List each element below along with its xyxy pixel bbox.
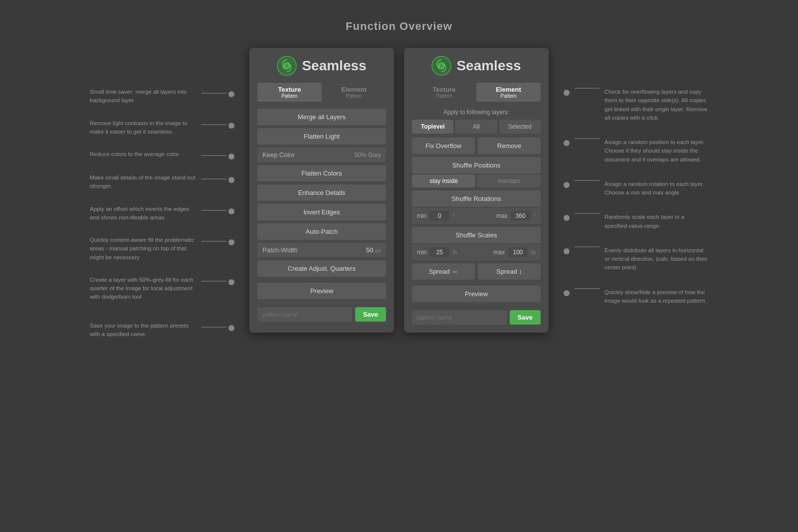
annotation-spread-text: Evenly distribute all layers in horizont… <box>604 246 708 272</box>
fix-overflow-button[interactable]: Fix Overflow <box>412 138 475 154</box>
left-panel-title: Seamless <box>302 58 366 74</box>
tab-texture-sublabel: Pattern <box>257 93 322 99</box>
tab-element-pattern-left[interactable]: Element Pattern <box>322 83 386 102</box>
spread-row: Spread ↔ Spread ↕ <box>412 263 541 280</box>
merge-layers-button[interactable]: Merge all Layers <box>257 109 386 125</box>
shuffle-positions-group: Shuffle Positions stay inside overlaps <box>412 157 541 187</box>
dot-indicator <box>564 90 570 96</box>
inside-overlaps-row: stay inside overlaps <box>412 175 541 187</box>
annotation-shuffle-positions: Assign a random position to each layer. … <box>564 138 708 164</box>
all-button[interactable]: All <box>455 120 497 134</box>
left-save-button[interactable]: Save <box>355 307 386 322</box>
tab-element-sublabel-r: Pattern <box>476 93 541 99</box>
line-connector <box>575 180 599 181</box>
shuffle-rotations-group: Shuffle Rotations min ° max ° <box>412 190 541 224</box>
spread-h-button[interactable]: Spread ↔ <box>412 263 475 280</box>
annotation-enhance-details-text: Make small details of the image stand ou… <box>90 174 197 191</box>
dot-indicator <box>564 248 570 254</box>
tab-texture-label-r: Texture <box>412 86 476 93</box>
tab-element-label: Element <box>322 86 386 93</box>
annotation-flatten-light-text: Remove light contrasts in the image to m… <box>90 119 197 137</box>
line-connector <box>201 241 226 242</box>
line-connector <box>575 138 599 139</box>
line-connector <box>575 213 599 214</box>
line-connector <box>575 288 599 289</box>
rotations-sub-row: min ° max ° <box>412 208 541 224</box>
annotation-invert-edges: Apply an offset which inverts the edges … <box>90 205 234 222</box>
left-panel: Seamless Texture Pattern Element Pattern… <box>249 48 394 333</box>
overlaps-button[interactable]: overlaps <box>477 175 541 187</box>
annotation-auto-patch: Quickly content-aware fill the problemat… <box>90 236 234 262</box>
annotation-merge-layers: Small time saver: merge all layers into … <box>90 88 234 105</box>
left-save-row: Save <box>257 307 386 322</box>
selected-button[interactable]: Selected <box>499 120 541 134</box>
flatten-colors-button[interactable]: Flatten Colors <box>257 165 386 181</box>
annotation-merge-layers-line <box>201 89 234 97</box>
right-preview-button[interactable]: Preview <box>412 286 541 302</box>
rot-max-input[interactable] <box>511 211 531 221</box>
line-connector <box>201 210 226 211</box>
dot-indicator <box>228 154 234 160</box>
annotation-shuffle-scales-text: Randomly scale each layer in a specified… <box>604 213 708 230</box>
spread-v-button[interactable]: Spread ↕ <box>478 263 541 280</box>
tab-texture-pattern-right[interactable]: Texture Pattern <box>412 83 476 102</box>
scales-sub-row: min % max % <box>412 244 541 260</box>
stay-inside-button[interactable]: stay inside <box>412 175 475 187</box>
line-connector <box>201 178 226 179</box>
shuffle-scales-group: Shuffle Scales min % max % <box>412 227 541 260</box>
right-save-button[interactable]: Save <box>510 310 541 325</box>
flatten-light-button[interactable]: Flatten Light <box>257 128 386 145</box>
apply-label: Apply to following layers: <box>412 109 541 116</box>
tab-element-sublabel: Pattern <box>322 93 386 99</box>
panels-container: Seamless Texture Pattern Element Pattern… <box>249 48 549 333</box>
invert-edges-button[interactable]: Invert Edges <box>257 204 386 220</box>
right-annotations: Check for overflowing layers and copy th… <box>549 48 708 321</box>
svg-point-0 <box>277 56 296 75</box>
right-panel-tabs: Texture Pattern Element Pattern <box>412 83 541 102</box>
fix-overflow-row: Fix Overflow Remove <box>412 138 541 154</box>
scale-max-unit: % <box>531 249 536 255</box>
enhance-details-button[interactable]: Enhance Details <box>257 184 386 201</box>
shuffle-rotations-button[interactable]: Shuffle Rotations <box>412 190 541 207</box>
auto-patch-button[interactable]: Auto-Patch <box>257 223 386 240</box>
left-panel-tabs: Texture Pattern Element Pattern <box>257 83 386 102</box>
left-preview-button[interactable]: Preview <box>257 283 386 299</box>
right-pattern-input[interactable] <box>412 310 507 325</box>
dot-indicator <box>564 140 570 146</box>
annotation-flatten-light: Remove light contrasts in the image to m… <box>90 119 234 137</box>
scale-max-input[interactable] <box>508 247 528 257</box>
annotation-auto-patch-line <box>201 237 234 245</box>
create-adjust-quarters-button[interactable]: Create Adjust. Quarters <box>257 260 386 277</box>
toplevel-button[interactable]: Toplevel <box>412 120 453 134</box>
left-annotations: Small time saver: merge all layers into … <box>90 48 249 353</box>
line-connector <box>201 281 226 282</box>
dot-indicator <box>564 290 570 296</box>
right-save-row: Save <box>412 310 541 325</box>
remove-button[interactable]: Remove <box>478 138 541 154</box>
dot-indicator <box>228 91 234 97</box>
annotation-shuffle-positions-text: Assign a random position to each layer. … <box>604 138 708 164</box>
dot-indicator <box>228 177 234 183</box>
patch-width-value: 50 <box>366 246 373 254</box>
annotation-invert-edges-line <box>201 206 234 214</box>
annotation-save-text: Save your image to the pattern presets w… <box>90 322 197 339</box>
tab-texture-label: Texture <box>257 86 322 93</box>
page-wrapper: Function Overview Small time saver: merg… <box>0 0 798 353</box>
annotation-flatten-colors: Reduce colors to the average color. <box>90 150 234 160</box>
annotation-flatten-colors-line <box>201 152 234 160</box>
left-pattern-input[interactable] <box>257 307 352 322</box>
dot-indicator <box>564 182 570 188</box>
right-panel-header: Seamless <box>412 56 541 76</box>
shuffle-scales-button[interactable]: Shuffle Scales <box>412 227 541 243</box>
rot-min-input[interactable] <box>429 211 449 221</box>
left-panel-header: Seamless <box>257 56 386 76</box>
rot-max-label: max <box>496 212 508 219</box>
tab-element-pattern-right[interactable]: Element Pattern <box>476 83 541 102</box>
shuffle-positions-button[interactable]: Shuffle Positions <box>412 157 541 174</box>
line-connector <box>575 88 599 89</box>
annotation-fix-overflow-text: Check for overflowing layers and copy th… <box>604 88 708 122</box>
patch-width-label: Patch-Width <box>262 246 298 254</box>
tab-texture-pattern-left[interactable]: Texture Pattern <box>257 83 322 102</box>
scale-min-input[interactable] <box>429 247 449 257</box>
dot-indicator <box>228 279 234 285</box>
